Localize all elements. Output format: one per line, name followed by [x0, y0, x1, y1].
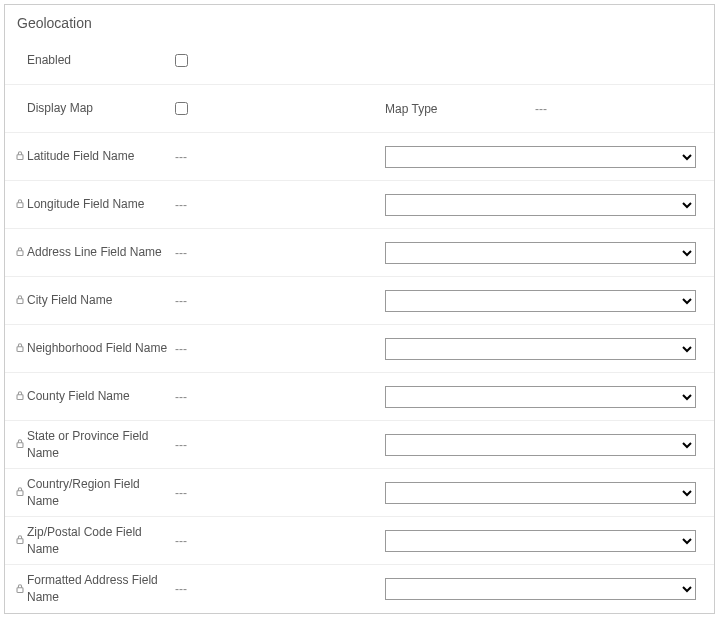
field-select[interactable]	[385, 434, 696, 456]
field-select[interactable]	[385, 290, 696, 312]
field-row: Formatted Address Field Name---	[5, 565, 714, 613]
field-label: Address Line Field Name	[25, 244, 175, 261]
lock-icon	[5, 246, 25, 259]
enabled-row: Enabled	[5, 37, 714, 85]
field-label: State or Province Field Name	[25, 428, 175, 462]
field-row: Zip/Postal Code Field Name---	[5, 517, 714, 565]
field-value-text: ---	[175, 390, 255, 404]
lock-icon	[5, 583, 25, 596]
svg-rect-6	[17, 443, 23, 448]
lock-icon	[5, 390, 25, 403]
display-map-label: Display Map	[25, 100, 175, 117]
field-select-wrap	[385, 578, 714, 600]
field-select-wrap	[385, 482, 714, 504]
svg-rect-1	[17, 203, 23, 208]
lock-icon	[5, 486, 25, 499]
svg-rect-8	[17, 539, 23, 544]
display-map-checkbox[interactable]	[175, 102, 188, 115]
lock-icon	[5, 534, 25, 547]
field-value-text: ---	[175, 198, 255, 212]
lock-icon	[5, 294, 25, 307]
display-map-value	[175, 100, 255, 118]
field-label: Country/Region Field Name	[25, 476, 175, 510]
field-select-wrap	[385, 194, 714, 216]
field-row: Neighborhood Field Name---	[5, 325, 714, 373]
field-value-text: ---	[175, 582, 255, 596]
map-type-label: Map Type	[385, 102, 535, 116]
field-value-text: ---	[175, 342, 255, 356]
field-row: City Field Name---	[5, 277, 714, 325]
field-label: Neighborhood Field Name	[25, 340, 175, 357]
svg-rect-7	[17, 491, 23, 496]
field-row: Country/Region Field Name---	[5, 469, 714, 517]
field-select[interactable]	[385, 194, 696, 216]
svg-rect-3	[17, 299, 23, 304]
field-select-wrap	[385, 290, 714, 312]
svg-rect-5	[17, 395, 23, 400]
field-select-wrap	[385, 146, 714, 168]
field-label: City Field Name	[25, 292, 175, 309]
field-select[interactable]	[385, 482, 696, 504]
section-title: Geolocation	[5, 5, 714, 37]
field-label: Latitude Field Name	[25, 148, 175, 165]
field-row: County Field Name---	[5, 373, 714, 421]
field-select-wrap	[385, 530, 714, 552]
lock-icon	[5, 342, 25, 355]
display-map-row: Display Map Map Type ---	[5, 85, 714, 133]
field-label: Zip/Postal Code Field Name	[25, 524, 175, 558]
field-value-text: ---	[175, 438, 255, 452]
enabled-label: Enabled	[25, 52, 175, 69]
field-value-text: ---	[175, 294, 255, 308]
svg-rect-9	[17, 587, 23, 592]
svg-rect-0	[17, 155, 23, 160]
field-select[interactable]	[385, 386, 696, 408]
lock-icon	[5, 438, 25, 451]
lock-icon	[5, 150, 25, 163]
field-select-wrap	[385, 338, 714, 360]
field-select-wrap	[385, 242, 714, 264]
field-label: Longitude Field Name	[25, 196, 175, 213]
field-label: Formatted Address Field Name	[25, 572, 175, 606]
field-row: Latitude Field Name---	[5, 133, 714, 181]
field-select[interactable]	[385, 146, 696, 168]
field-select[interactable]	[385, 338, 696, 360]
lock-icon	[5, 198, 25, 211]
field-label: County Field Name	[25, 388, 175, 405]
svg-rect-4	[17, 347, 23, 352]
field-select-wrap	[385, 386, 714, 408]
map-type-value: ---	[535, 102, 696, 116]
field-select[interactable]	[385, 242, 696, 264]
svg-rect-2	[17, 251, 23, 256]
enabled-checkbox[interactable]	[175, 54, 188, 67]
field-select[interactable]	[385, 578, 696, 600]
field-select[interactable]	[385, 530, 696, 552]
map-type-group: Map Type ---	[385, 102, 714, 116]
geolocation-panel: Geolocation Enabled Display Map Map Type…	[4, 4, 715, 614]
field-value-text: ---	[175, 246, 255, 260]
field-value-text: ---	[175, 534, 255, 548]
field-row: Address Line Field Name---	[5, 229, 714, 277]
enabled-value	[175, 52, 255, 70]
field-value-text: ---	[175, 486, 255, 500]
field-row: Longitude Field Name---	[5, 181, 714, 229]
field-value-text: ---	[175, 150, 255, 164]
field-select-wrap	[385, 434, 714, 456]
field-row: State or Province Field Name---	[5, 421, 714, 469]
